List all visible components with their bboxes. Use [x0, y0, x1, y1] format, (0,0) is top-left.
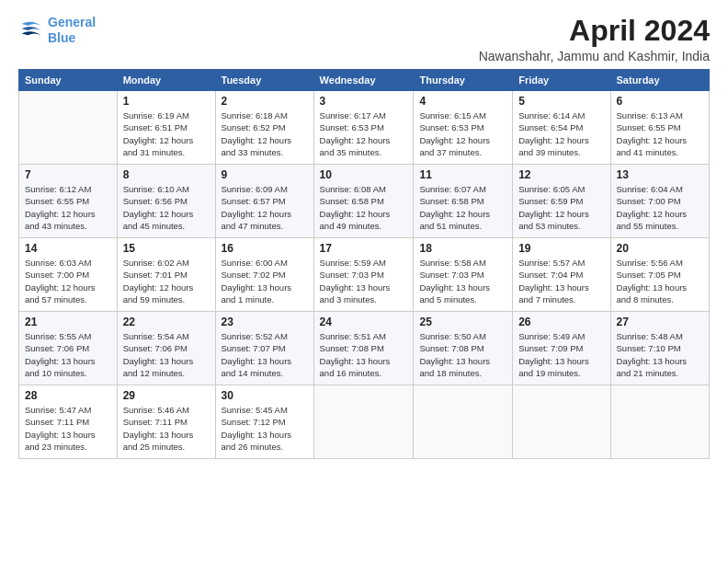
- day-number: 17: [320, 242, 408, 255]
- table-row: 9Sunrise: 6:09 AMSunset: 6:57 PMDaylight…: [215, 165, 313, 238]
- table-row: [610, 385, 709, 459]
- table-row: 7Sunrise: 6:12 AMSunset: 6:55 PMDaylight…: [19, 165, 118, 238]
- table-row: 2Sunrise: 6:18 AMSunset: 6:52 PMDaylight…: [215, 91, 313, 165]
- day-info: Sunrise: 6:19 AMSunset: 6:51 PMDaylight:…: [123, 109, 210, 158]
- day-info: Sunrise: 6:02 AMSunset: 7:01 PMDaylight:…: [123, 257, 210, 305]
- day-info: Sunrise: 6:08 AMSunset: 6:58 PMDaylight:…: [320, 183, 408, 232]
- day-info: Sunrise: 5:47 AMSunset: 7:11 PMDaylight:…: [25, 404, 111, 453]
- table-row: 19Sunrise: 5:57 AMSunset: 7:04 PMDayligh…: [513, 238, 610, 312]
- col-sunday: Sunday: [19, 70, 118, 91]
- col-thursday: Thursday: [414, 70, 513, 91]
- table-row: 4Sunrise: 6:15 AMSunset: 6:53 PMDaylight…: [414, 91, 513, 165]
- day-number: 10: [320, 168, 408, 181]
- table-row: [513, 385, 610, 459]
- day-number: 22: [123, 316, 210, 328]
- day-info: Sunrise: 6:12 AMSunset: 6:55 PMDaylight:…: [25, 183, 111, 232]
- day-info: Sunrise: 5:54 AMSunset: 7:06 PMDaylight:…: [123, 330, 210, 379]
- calendar-week-4: 21Sunrise: 5:55 AMSunset: 7:06 PMDayligh…: [19, 312, 710, 385]
- day-number: 2: [222, 95, 308, 108]
- day-info: Sunrise: 5:45 AMSunset: 7:12 PMDaylight:…: [222, 404, 308, 453]
- logo-icon: [18, 17, 44, 43]
- day-info: Sunrise: 5:59 AMSunset: 7:03 PMDaylight:…: [320, 257, 408, 305]
- table-row: 26Sunrise: 5:49 AMSunset: 7:09 PMDayligh…: [513, 312, 610, 385]
- day-number: 3: [320, 95, 408, 108]
- table-row: 11Sunrise: 6:07 AMSunset: 6:58 PMDayligh…: [414, 165, 513, 238]
- table-row: 14Sunrise: 6:03 AMSunset: 7:00 PMDayligh…: [19, 238, 118, 312]
- page: General Blue April 2024 Nawanshahr, Jamm…: [0, 0, 728, 468]
- day-info: Sunrise: 6:05 AMSunset: 6:59 PMDaylight:…: [518, 183, 604, 232]
- day-info: Sunrise: 6:09 AMSunset: 6:57 PMDaylight:…: [222, 183, 308, 232]
- day-number: 14: [25, 242, 111, 255]
- day-number: 4: [419, 95, 506, 108]
- day-number: 28: [25, 389, 111, 402]
- calendar-week-1: 1Sunrise: 6:19 AMSunset: 6:51 PMDaylight…: [19, 91, 710, 165]
- day-info: Sunrise: 5:46 AMSunset: 7:11 PMDaylight:…: [123, 404, 210, 453]
- day-number: 9: [222, 168, 308, 181]
- table-row: 30Sunrise: 5:45 AMSunset: 7:12 PMDayligh…: [215, 385, 313, 459]
- day-info: Sunrise: 6:17 AMSunset: 6:53 PMDaylight:…: [320, 109, 408, 158]
- day-info: Sunrise: 6:04 AMSunset: 7:00 PMDaylight:…: [617, 183, 703, 232]
- day-number: 11: [419, 168, 506, 181]
- table-row: 10Sunrise: 6:08 AMSunset: 6:58 PMDayligh…: [313, 165, 414, 238]
- table-row: 23Sunrise: 5:52 AMSunset: 7:07 PMDayligh…: [215, 312, 313, 385]
- day-info: Sunrise: 6:15 AMSunset: 6:53 PMDaylight:…: [419, 109, 506, 158]
- day-info: Sunrise: 6:03 AMSunset: 7:00 PMDaylight:…: [25, 257, 111, 305]
- table-row: 1Sunrise: 6:19 AMSunset: 6:51 PMDaylight…: [117, 91, 215, 165]
- table-row: 3Sunrise: 6:17 AMSunset: 6:53 PMDaylight…: [313, 91, 414, 165]
- day-info: Sunrise: 5:50 AMSunset: 7:08 PMDaylight:…: [419, 330, 506, 379]
- svg-rect-0: [18, 17, 44, 43]
- table-row: 27Sunrise: 5:48 AMSunset: 7:10 PMDayligh…: [610, 312, 709, 385]
- day-number: 18: [419, 242, 506, 255]
- table-row: 16Sunrise: 6:00 AMSunset: 7:02 PMDayligh…: [215, 238, 313, 312]
- table-row: [313, 385, 414, 459]
- logo: General Blue: [18, 15, 96, 46]
- day-number: 12: [518, 168, 604, 181]
- col-saturday: Saturday: [610, 70, 709, 91]
- day-info: Sunrise: 6:13 AMSunset: 6:55 PMDaylight:…: [617, 109, 703, 158]
- table-row: 25Sunrise: 5:50 AMSunset: 7:08 PMDayligh…: [414, 312, 513, 385]
- day-number: 20: [617, 242, 703, 255]
- day-number: 7: [25, 168, 111, 181]
- table-row: 15Sunrise: 6:02 AMSunset: 7:01 PMDayligh…: [117, 238, 215, 312]
- calendar-week-5: 28Sunrise: 5:47 AMSunset: 7:11 PMDayligh…: [19, 385, 710, 459]
- table-row: 24Sunrise: 5:51 AMSunset: 7:08 PMDayligh…: [313, 312, 414, 385]
- day-number: 29: [123, 389, 210, 402]
- calendar-table: Sunday Monday Tuesday Wednesday Thursday…: [18, 69, 710, 459]
- table-row: [19, 91, 118, 165]
- table-row: 6Sunrise: 6:13 AMSunset: 6:55 PMDaylight…: [610, 91, 709, 165]
- table-row: 28Sunrise: 5:47 AMSunset: 7:11 PMDayligh…: [19, 385, 118, 459]
- day-number: 26: [518, 316, 604, 328]
- table-row: 12Sunrise: 6:05 AMSunset: 6:59 PMDayligh…: [513, 165, 610, 238]
- day-info: Sunrise: 6:00 AMSunset: 7:02 PMDaylight:…: [222, 257, 308, 305]
- day-info: Sunrise: 5:56 AMSunset: 7:05 PMDaylight:…: [617, 257, 703, 305]
- day-info: Sunrise: 5:58 AMSunset: 7:03 PMDaylight:…: [419, 257, 506, 305]
- day-number: 13: [617, 168, 703, 181]
- day-number: 25: [419, 316, 506, 328]
- calendar-week-2: 7Sunrise: 6:12 AMSunset: 6:55 PMDaylight…: [19, 165, 710, 238]
- calendar-week-3: 14Sunrise: 6:03 AMSunset: 7:00 PMDayligh…: [19, 238, 710, 312]
- day-info: Sunrise: 5:49 AMSunset: 7:09 PMDaylight:…: [518, 330, 604, 379]
- day-number: 1: [123, 95, 210, 108]
- day-number: 16: [222, 242, 308, 255]
- day-number: 19: [518, 242, 604, 255]
- location-title: Nawanshahr, Jammu and Kashmir, India: [479, 49, 710, 63]
- day-number: 15: [123, 242, 210, 255]
- day-number: 23: [222, 316, 308, 328]
- day-number: 21: [25, 316, 111, 328]
- month-title: April 2024: [479, 15, 710, 47]
- day-info: Sunrise: 5:51 AMSunset: 7:08 PMDaylight:…: [320, 330, 408, 379]
- table-row: 18Sunrise: 5:58 AMSunset: 7:03 PMDayligh…: [414, 238, 513, 312]
- col-friday: Friday: [513, 70, 610, 91]
- table-row: [414, 385, 513, 459]
- logo-text: General Blue: [48, 15, 96, 46]
- day-number: 8: [123, 168, 210, 181]
- day-info: Sunrise: 6:07 AMSunset: 6:58 PMDaylight:…: [419, 183, 506, 232]
- day-info: Sunrise: 6:10 AMSunset: 6:56 PMDaylight:…: [123, 183, 210, 232]
- table-row: 5Sunrise: 6:14 AMSunset: 6:54 PMDaylight…: [513, 91, 610, 165]
- table-row: 17Sunrise: 5:59 AMSunset: 7:03 PMDayligh…: [313, 238, 414, 312]
- table-row: 22Sunrise: 5:54 AMSunset: 7:06 PMDayligh…: [117, 312, 215, 385]
- col-wednesday: Wednesday: [313, 70, 414, 91]
- table-row: 13Sunrise: 6:04 AMSunset: 7:00 PMDayligh…: [610, 165, 709, 238]
- day-info: Sunrise: 6:18 AMSunset: 6:52 PMDaylight:…: [222, 109, 308, 158]
- day-info: Sunrise: 5:52 AMSunset: 7:07 PMDaylight:…: [222, 330, 308, 379]
